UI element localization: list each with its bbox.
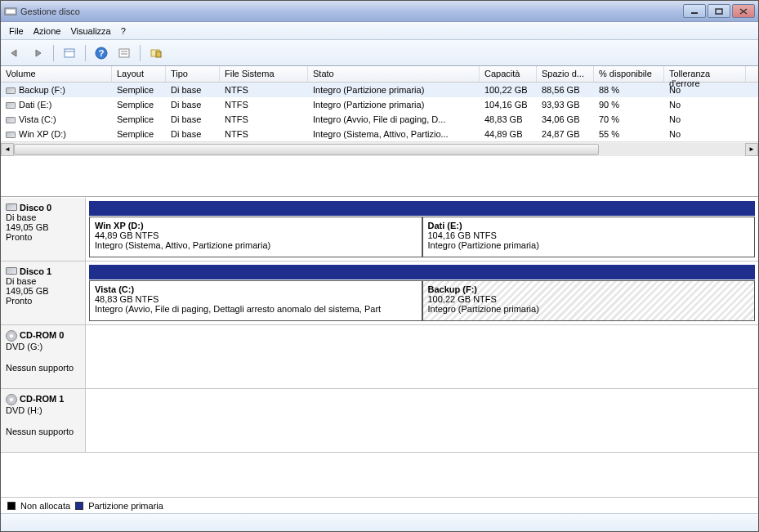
- col-layout[interactable]: Layout: [112, 66, 166, 82]
- partition[interactable]: Dati (E:)104,16 GB NTFSIntegro (Partizio…: [422, 217, 756, 257]
- legend: Non allocata Partizione primaria: [1, 497, 758, 513]
- window-title: Gestione disco: [20, 7, 683, 16]
- titlebar: Gestione disco: [1, 1, 758, 22]
- toolbar-divider: [85, 45, 86, 61]
- svg-text:?: ?: [99, 48, 105, 58]
- menu-help[interactable]: ?: [121, 26, 126, 36]
- toolbar-divider: [53, 45, 54, 61]
- disk-info[interactable]: CD-ROM 1DVD (H:)Nessun supporto: [1, 389, 86, 452]
- col-volume[interactable]: Volume: [1, 66, 112, 82]
- col-filesystem[interactable]: File Sistema: [220, 66, 308, 82]
- partition-header-bar: [89, 265, 755, 279]
- disk-row: CD-ROM 0DVD (G:)Nessun supporto: [1, 325, 758, 389]
- disk-info[interactable]: Disco 0Di base149,05 GBPronto: [1, 198, 86, 261]
- minimize-button[interactable]: [683, 4, 706, 18]
- partition-status: Integro (Partizione primaria): [428, 304, 750, 314]
- col-tipo[interactable]: Tipo: [166, 66, 220, 82]
- scroll-track[interactable]: [14, 143, 745, 156]
- legend-swatch-unallocated: [7, 502, 16, 510]
- horizontal-scrollbar[interactable]: ◄ ►: [1, 141, 758, 156]
- disk-status: Nessun supporto: [6, 363, 80, 373]
- disk-row: Disco 0Di base149,05 GBProntoWin XP (D:)…: [1, 198, 758, 262]
- toolbar: ?: [1, 40, 758, 66]
- cell: 100,22 GB: [480, 84, 537, 96]
- partition-status: Integro (Partizione primaria): [428, 240, 750, 250]
- cell: 24,87 GB: [537, 128, 594, 140]
- cell: 93,93 GB: [537, 99, 594, 110]
- toolbar-divider: [140, 45, 141, 61]
- refresh-button[interactable]: [147, 44, 165, 62]
- partition-size: 104,16 GB NTFS: [428, 230, 750, 240]
- close-button[interactable]: [732, 4, 755, 18]
- cell: Win XP (D:): [1, 128, 112, 140]
- forward-button[interactable]: [29, 44, 47, 62]
- col-spazio[interactable]: Spazio d...: [537, 66, 594, 82]
- menu-visualizza[interactable]: Visualizza: [70, 26, 110, 36]
- help-button[interactable]: ?: [92, 44, 110, 62]
- scroll-right-icon[interactable]: ►: [745, 143, 758, 156]
- svg-rect-3: [716, 9, 722, 14]
- cell: Di base: [166, 114, 220, 125]
- disk-name: CD-ROM 1: [20, 394, 64, 404]
- col-tolleranza[interactable]: Tolleranza d'errore: [664, 66, 746, 82]
- cdrom-icon: [6, 394, 17, 405]
- col-capacita[interactable]: Capacità: [480, 66, 537, 82]
- disk-partitions: Win XP (D:)44,89 GB NTFSIntegro (Sistema…: [86, 198, 758, 261]
- volume-icon: [6, 87, 16, 94]
- cell: 88 %: [594, 84, 664, 96]
- menu-azione[interactable]: Azione: [33, 26, 61, 36]
- cell: Integro (Partizione primaria): [308, 99, 480, 110]
- partition[interactable]: Vista (C:)48,83 GB NTFSIntegro (Avvio, F…: [89, 280, 422, 321]
- cell: NTFS: [220, 99, 308, 110]
- partition-size: 48,83 GB NTFS: [95, 294, 417, 304]
- cell: Semplice: [112, 114, 166, 125]
- cell: Di base: [166, 99, 220, 110]
- volume-row[interactable]: Backup (F:)SempliceDi baseNTFSIntegro (P…: [1, 83, 758, 97]
- partition[interactable]: Win XP (D:)44,89 GB NTFSIntegro (Sistema…: [89, 217, 422, 257]
- cell: Di base: [166, 128, 220, 140]
- menu-file[interactable]: File: [9, 26, 24, 36]
- disk-status: Pronto: [6, 232, 80, 242]
- col-stato[interactable]: Stato: [308, 66, 480, 82]
- disk-info[interactable]: Disco 1Di base149,05 GBPronto: [1, 262, 86, 324]
- partition-name: Win XP (D:): [95, 221, 417, 230]
- scroll-thumb[interactable]: [14, 144, 599, 155]
- legend-label-unallocated: Non allocata: [20, 501, 70, 511]
- disk-type: DVD (G:): [6, 342, 80, 351]
- cell: 34,06 GB: [537, 114, 594, 125]
- disk-name: Disco 1: [20, 266, 51, 276]
- partition-status: Integro (Avvio, File di paging, Dettagli…: [95, 304, 417, 314]
- view-button[interactable]: [60, 44, 78, 62]
- maximize-button[interactable]: [708, 4, 730, 18]
- disk-type: Di base: [6, 212, 80, 222]
- cell: Integro (Sistema, Attivo, Partizio...: [308, 128, 480, 140]
- cell: No: [664, 99, 746, 110]
- cdrom-icon: [6, 330, 17, 342]
- partition-row: Win XP (D:)44,89 GB NTFSIntegro (Sistema…: [89, 217, 755, 257]
- volume-row[interactable]: Win XP (D:)SempliceDi baseNTFSIntegro (S…: [1, 127, 758, 141]
- menubar: File Azione Visualizza ?: [1, 22, 758, 40]
- partition-size: 44,89 GB NTFS: [95, 230, 417, 240]
- disk-info[interactable]: CD-ROM 0DVD (G:)Nessun supporto: [1, 325, 86, 388]
- disk-row: CD-ROM 1DVD (H:)Nessun supporto: [1, 389, 758, 453]
- disk-type: DVD (H:): [6, 405, 80, 415]
- cell: 90 %: [594, 99, 664, 110]
- disk-type: Di base: [6, 276, 80, 286]
- col-percent[interactable]: % disponibile: [594, 66, 664, 82]
- disk-status: Pronto: [6, 296, 80, 306]
- cell: Semplice: [112, 84, 166, 96]
- properties-button[interactable]: [115, 44, 133, 62]
- cell: Semplice: [112, 99, 166, 110]
- partition[interactable]: Backup (F:)100,22 GB NTFSIntegro (Partiz…: [422, 280, 756, 321]
- disk-graphical-view: Disco 0Di base149,05 GBProntoWin XP (D:)…: [1, 197, 758, 497]
- partition-status: Integro (Sistema, Attivo, Partizione pri…: [95, 240, 417, 250]
- svg-rect-1: [7, 10, 15, 13]
- volume-row[interactable]: Dati (E:)SempliceDi baseNTFSIntegro (Par…: [1, 97, 758, 112]
- disk-name: Disco 0: [20, 203, 51, 212]
- disk-partitions: Vista (C:)48,83 GB NTFSIntegro (Avvio, F…: [86, 262, 758, 324]
- volume-row[interactable]: Vista (C:)SempliceDi baseNTFSIntegro (Av…: [1, 112, 758, 127]
- back-button[interactable]: [6, 44, 24, 62]
- cell: Integro (Partizione primaria): [308, 84, 480, 96]
- cell: NTFS: [220, 128, 308, 140]
- scroll-left-icon[interactable]: ◄: [1, 143, 14, 156]
